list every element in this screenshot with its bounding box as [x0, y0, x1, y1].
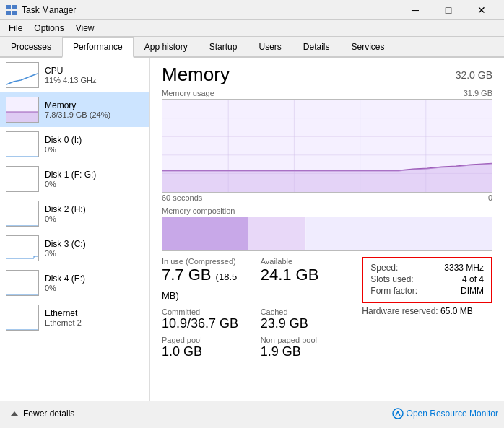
fewer-details-label: Fewer details — [23, 409, 74, 419]
speed-value: 3333 MHz — [444, 263, 484, 273]
svg-rect-11 — [6, 271, 39, 296]
disk2-name: Disk 2 (H:) — [45, 204, 144, 214]
svg-marker-27 — [11, 411, 18, 416]
monitor-icon — [392, 408, 404, 419]
sidebar: CPU 11% 4.13 GHz Memory 7.8/31.9 GB (24%… — [0, 58, 150, 401]
maximize-button[interactable]: □ — [432, 0, 465, 20]
cpu-info: CPU 11% 4.13 GHz — [45, 66, 144, 84]
close-button[interactable]: ✕ — [465, 0, 498, 20]
detail-panel: Memory 32.0 GB Memory usage 31.9 GB — [150, 58, 504, 401]
svg-rect-26 — [305, 217, 492, 250]
slots-row: Slots used: 4 of 4 — [370, 274, 484, 284]
paged-label: Paged pool — [162, 336, 252, 344]
tab-app-history[interactable]: App history — [134, 37, 199, 58]
menu-view[interactable]: View — [70, 22, 100, 35]
slots-value: 4 of 4 — [462, 274, 484, 284]
graph-label-row: Memory usage 31.9 GB — [162, 89, 492, 97]
committed-value: 10.9/36.7 GB — [162, 316, 252, 331]
svg-point-28 — [393, 409, 403, 419]
disk0-thumb — [6, 131, 39, 157]
cached-value: 23.9 GB — [261, 316, 351, 331]
svg-rect-9 — [6, 201, 39, 227]
tab-processes[interactable]: Processes — [0, 37, 62, 58]
detail-header: Memory 32.0 GB — [162, 64, 492, 86]
cpu-thumb — [6, 62, 39, 88]
tab-services[interactable]: Services — [341, 37, 396, 58]
hw-reserved-row: Hardware reserved: 65.0 MB — [362, 306, 492, 316]
tab-performance[interactable]: Performance — [62, 37, 134, 58]
memory-detail: 7.8/31.9 GB (24%) — [45, 110, 144, 119]
sidebar-item-disk3[interactable]: Disk 3 (C:) 3% — [0, 231, 149, 266]
memory-info: Memory 7.8/31.9 GB (24%) — [45, 100, 144, 119]
sidebar-item-disk1[interactable]: Disk 1 (F: G:) 0% — [0, 162, 149, 196]
disk1-detail: 0% — [45, 180, 144, 188]
sidebar-item-memory[interactable]: Memory 7.8/31.9 GB (24%) — [0, 92, 149, 127]
sidebar-item-disk0[interactable]: Disk 0 (I:) 0% — [0, 127, 149, 162]
speed-row: Speed: 3333 MHz — [370, 263, 484, 273]
sidebar-item-cpu[interactable]: CPU 11% 4.13 GHz — [0, 58, 149, 92]
cpu-name: CPU — [45, 66, 144, 76]
disk4-detail: 0% — [45, 284, 144, 292]
detail-title: Memory — [162, 64, 230, 86]
chevron-up-icon — [9, 408, 20, 419]
non-paged-label: Non-paged pool — [261, 336, 351, 344]
form-value: DIMM — [461, 286, 484, 296]
open-resource-monitor-link[interactable]: Open Resource Monitor — [407, 409, 498, 419]
bottom-bar: Fewer details Open Resource Monitor — [0, 401, 504, 425]
memory-thumb — [6, 97, 39, 123]
disk2-detail: 0% — [45, 214, 144, 223]
disk1-name: Disk 1 (F: G:) — [45, 170, 144, 180]
form-label: Form factor: — [370, 286, 417, 296]
disk4-thumb — [6, 270, 39, 296]
disk0-name: Disk 0 (I:) — [45, 135, 144, 145]
graph-max-label: 31.9 GB — [464, 89, 492, 97]
svg-rect-24 — [162, 217, 248, 250]
paged-value: 1.0 GB — [162, 344, 252, 359]
title-bar-left: Task Manager — [6, 4, 76, 16]
sidebar-item-disk2[interactable]: Disk 2 (H:) 0% — [0, 196, 149, 231]
left-stats: In use (Compressed) 7.7 GB (18.5 MB) Ava… — [162, 257, 350, 359]
disk4-info: Disk 4 (E:) 0% — [45, 274, 144, 292]
ethernet-name: Ethernet — [45, 308, 144, 318]
stat-in-use: In use (Compressed) 7.7 GB (18.5 MB) — [162, 257, 252, 303]
sidebar-item-ethernet[interactable]: Ethernet Ethernet 2 — [0, 300, 149, 335]
disk3-name: Disk 3 (C:) — [45, 239, 144, 249]
disk3-info: Disk 3 (C:) 3% — [45, 239, 144, 258]
tab-users[interactable]: Users — [248, 37, 292, 58]
speed-label: Speed: — [370, 263, 398, 273]
tab-bar: Processes Performance App history Startu… — [0, 37, 504, 58]
svg-rect-6 — [6, 112, 39, 123]
tab-startup[interactable]: Startup — [199, 37, 248, 58]
fewer-details-button[interactable]: Fewer details — [6, 406, 77, 421]
time-end: 0 — [488, 193, 492, 202]
disk2-info: Disk 2 (H:) 0% — [45, 204, 144, 223]
minimize-button[interactable]: ─ — [399, 0, 432, 20]
stat-paged-pool: Paged pool 1.0 GB — [162, 336, 252, 359]
in-use-value: 7.7 GB (18.5 MB) — [162, 266, 252, 303]
hw-reserved-value: 65.0 MB — [440, 306, 473, 316]
detail-total: 32.0 GB — [456, 69, 492, 81]
form-row: Form factor: DIMM — [370, 286, 484, 296]
menu-file[interactable]: File — [3, 22, 28, 35]
svg-rect-25 — [248, 217, 305, 250]
composition-section: Memory composition — [162, 206, 492, 251]
available-value: 24.1 GB — [261, 266, 351, 284]
stat-non-paged-pool: Non-paged pool 1.9 GB — [261, 336, 351, 359]
non-paged-value: 1.9 GB — [261, 344, 351, 359]
stat-available: Available 24.1 GB — [261, 257, 351, 303]
time-start: 60 seconds — [162, 193, 202, 202]
menu-options[interactable]: Options — [28, 22, 69, 35]
svg-rect-2 — [6, 11, 11, 15]
tab-details[interactable]: Details — [292, 37, 341, 58]
svg-rect-1 — [12, 5, 17, 9]
title-bar: Task Manager ─ □ ✕ — [0, 0, 504, 20]
svg-rect-3 — [12, 11, 17, 15]
graph-label: Memory usage — [162, 89, 214, 97]
main-content: CPU 11% 4.13 GHz Memory 7.8/31.9 GB (24%… — [0, 58, 504, 401]
disk0-detail: 0% — [45, 145, 144, 154]
committed-label: Committed — [162, 307, 252, 316]
right-stats-area: Speed: 3333 MHz Slots used: 4 of 4 Form … — [362, 257, 492, 359]
sidebar-item-disk4[interactable]: Disk 4 (E:) 0% — [0, 266, 149, 300]
title-bar-controls: ─ □ ✕ — [399, 0, 498, 20]
hw-reserved-label: Hardware reserved: — [362, 306, 438, 316]
